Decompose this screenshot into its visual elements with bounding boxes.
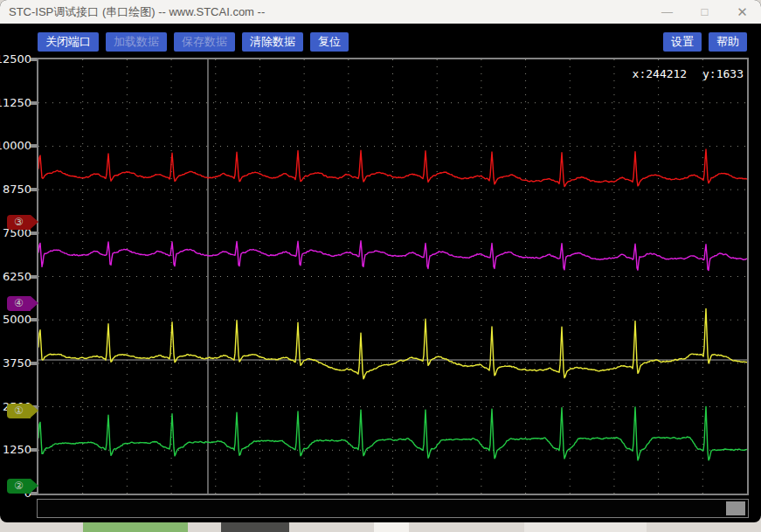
toolbar-right-group: 设置 帮助	[663, 32, 747, 52]
channel-tag-1[interactable]: ①	[7, 404, 38, 418]
y-axis-label: 6250	[3, 270, 31, 283]
close-port-button[interactable]: 关闭端口	[38, 32, 99, 52]
settings-button[interactable]: 设置	[663, 32, 702, 52]
y-axis-tick	[31, 318, 37, 321]
channel-tag-2[interactable]: ②	[7, 479, 38, 494]
title-bar: STC-ISP调试接口 (串口绘图) -- www.STCAI.com -- —…	[0, 0, 761, 24]
y-axis-tick	[31, 231, 37, 235]
minimize-button[interactable]: —	[648, 0, 686, 24]
y-axis-label: 11250	[0, 96, 31, 109]
channel-tag-4[interactable]: ④	[7, 296, 38, 311]
load-data-button[interactable]: 加载数据	[106, 32, 167, 52]
y-axis-tick	[31, 188, 37, 191]
window-controls: — □ ✕	[648, 0, 761, 24]
channel-number-icon: ③	[7, 215, 31, 230]
y-axis-tick	[31, 448, 37, 452]
save-data-button[interactable]: 保存数据	[174, 32, 235, 52]
cursor-readout: x:244212 y:1633	[624, 67, 744, 80]
toolbar-left-group: 关闭端口 加载数据 保存数据 清除数据 复位	[38, 32, 349, 52]
maximize-button[interactable]: □	[686, 0, 723, 24]
y-axis-label: 12500	[0, 52, 31, 66]
waveform-channel-4	[38, 241, 747, 271]
y-axis-tick	[31, 144, 37, 148]
horizontal-scrollbar[interactable]	[37, 499, 749, 518]
y-axis-label: 1250	[3, 443, 31, 456]
help-button[interactable]: 帮助	[709, 32, 747, 52]
y-axis-tick	[31, 362, 37, 365]
tag-arrow-icon	[31, 479, 38, 493]
y-axis-label: 10000	[0, 139, 31, 152]
screen: STC-ISP调试接口 (串口绘图) -- www.STCAI.com -- —…	[0, 0, 761, 532]
clear-data-button[interactable]: 清除数据	[242, 32, 303, 52]
tag-arrow-icon	[31, 296, 38, 310]
waveform-plot[interactable]	[38, 59, 747, 494]
channel-number-icon: ④	[7, 296, 31, 311]
y-axis-label: 3750	[3, 356, 31, 370]
y-axis-label: 5000	[3, 313, 31, 326]
channel-tag-3[interactable]: ③	[7, 215, 38, 230]
close-button[interactable]: ✕	[723, 0, 761, 24]
y-axis-label: 8750	[3, 183, 31, 196]
cursor-x-value: x:244212	[633, 67, 688, 80]
cursor-y-value: y:1633	[702, 67, 744, 80]
waveform-channel-2	[38, 406, 747, 460]
waveform-channel-3	[38, 149, 747, 187]
scrollbar-thumb[interactable]	[726, 501, 745, 515]
tag-arrow-icon	[31, 215, 38, 229]
window-title: STC-ISP调试接口 (串口绘图) -- www.STCAI.com --	[9, 4, 265, 20]
channel-number-icon: ①	[7, 404, 31, 418]
y-axis-tick	[31, 275, 37, 279]
tag-arrow-icon	[31, 404, 38, 418]
waveform-channel-1	[38, 308, 747, 378]
app-window: STC-ISP调试接口 (串口绘图) -- www.STCAI.com -- —…	[0, 0, 761, 522]
y-axis: 1250011250100008750750062505000375025001…	[0, 0, 35, 522]
y-axis-tick	[31, 101, 37, 105]
reset-button[interactable]: 复位	[310, 32, 349, 52]
y-axis-tick	[31, 58, 37, 61]
channel-number-icon: ②	[7, 479, 31, 494]
